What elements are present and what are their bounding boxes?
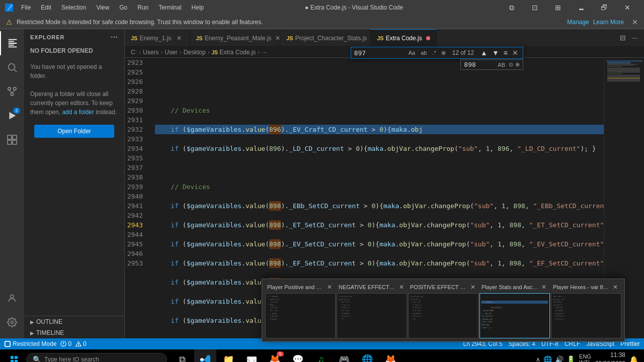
case-sensitive-btn-2[interactable]: AB: [496, 61, 507, 68]
tab-enemy-peasant[interactable]: JS Enemy_Peasant_Male.js ✕: [190, 29, 280, 46]
taskbar-vscode[interactable]: [194, 349, 216, 362]
hash-btn[interactable]: ⊕: [515, 61, 520, 68]
taskbar-firefox2[interactable]: 🦊: [379, 349, 401, 362]
start-button[interactable]: [2, 349, 26, 362]
thumbnail-close-button-5[interactable]: ✕: [611, 283, 619, 291]
close-search-button[interactable]: ✕: [511, 48, 520, 57]
battery-icon[interactable]: 🔋: [567, 355, 575, 362]
steam-icon: 🎮: [339, 354, 350, 362]
sidebar-section-outline[interactable]: ▶ OUTLINE: [24, 316, 124, 327]
regex-btn-2[interactable]: ⊙: [509, 61, 513, 68]
thumbnail-close-button-2[interactable]: ✕: [397, 283, 405, 291]
breadcrumb-user[interactable]: User: [165, 49, 177, 56]
taskbar-steam[interactable]: 🎮: [333, 349, 355, 362]
maximize-button[interactable]: 🗗: [593, 0, 616, 15]
breadcrumb-c[interactable]: C:: [131, 49, 137, 56]
sidebar-more-button[interactable]: ···: [111, 33, 118, 41]
warning-count-status[interactable]: 0: [75, 340, 87, 347]
thumbnail-header-4: Player Stats and Asce... ✕: [479, 283, 550, 291]
taskbar-spotify[interactable]: ♫: [310, 349, 332, 362]
sidebar-item-run-debug[interactable]: 2: [0, 104, 24, 128]
sidebar-item-extensions[interactable]: [0, 128, 24, 152]
title-bar: File Edit Selection View Go Run Terminal…: [0, 0, 644, 15]
close-button[interactable]: ✕: [616, 0, 639, 15]
manage-link[interactable]: Manage: [567, 19, 589, 26]
language-indicator[interactable]: ENG INTL: [579, 353, 591, 362]
breadcrumb-more[interactable]: ···: [262, 49, 267, 56]
taskbar-file-explorer[interactable]: 📁: [217, 349, 239, 362]
sidebar-title: Explorer: [30, 34, 65, 40]
minimize-button[interactable]: 🗕: [570, 0, 593, 15]
system-clock[interactable]: 11:38 29/08/2023: [595, 351, 625, 362]
taskbar-search-box[interactable]: 🔍 Type here tO search: [26, 353, 167, 362]
volume-icon[interactable]: 🔊: [555, 355, 564, 362]
sidebar-item-search[interactable]: [0, 55, 24, 79]
thumbnail-preview[interactable]: if ($game... maka.obj .value( 898). _EV_…: [265, 293, 336, 338]
thumbnail-preview-2[interactable]: function negative(){ var eff = new E ffe…: [337, 293, 407, 338]
menu-help[interactable]: Help: [188, 3, 208, 12]
regex-button[interactable]: .*: [430, 49, 438, 57]
menu-terminal[interactable]: Terminal: [154, 3, 185, 12]
taskbar-task-view[interactable]: ⧉: [171, 349, 193, 362]
taskbar-terminal-app[interactable]: ⌨: [240, 349, 263, 362]
sidebar-item-explorer[interactable]: [0, 31, 24, 55]
tab-project-char[interactable]: JS Project_Character_Stats.js: [280, 29, 371, 46]
menu-view[interactable]: View: [92, 3, 113, 12]
error-count-status[interactable]: 0: [60, 340, 71, 347]
network-icon[interactable]: 🌐: [543, 355, 552, 362]
tab-enemy1[interactable]: JS Enemy_1.js ✕: [125, 29, 190, 46]
prev-match-button[interactable]: ▲: [479, 48, 489, 57]
sidebar-section-timeline[interactable]: ▶ TIMELINE: [24, 327, 124, 338]
search-input[interactable]: [354, 49, 405, 57]
tab-close-button-2[interactable]: ✕: [275, 34, 280, 42]
toggle-search-button[interactable]: ≡: [502, 48, 509, 57]
thumbnail-close-button[interactable]: ✕: [326, 283, 334, 291]
taskbar-chrome[interactable]: 🌐: [356, 349, 378, 362]
title-bar-left: File Edit Selection View Go Run Terminal…: [5, 3, 208, 12]
accounts-icon[interactable]: [0, 286, 24, 310]
menu-file[interactable]: File: [17, 3, 35, 12]
next-match-button[interactable]: ▼: [491, 48, 501, 57]
split-editor-button[interactable]: ⊟: [618, 33, 628, 43]
breadcrumb-file[interactable]: JS Extra Code.js: [212, 49, 256, 56]
thumbnail-player-hexes[interactable]: Player Hexes - var 89... ✕ var hex =play…: [551, 283, 621, 338]
thumbnail-positive-effect[interactable]: POSITIVE EFFECT - co... ✕ function posit…: [408, 283, 478, 338]
thumbnail-close-button-4[interactable]: ✕: [540, 283, 548, 291]
search-input-secondary[interactable]: [464, 61, 494, 68]
svg-point-17: [63, 345, 64, 346]
settings-icon[interactable]: [0, 310, 24, 334]
breadcrumb-desktop[interactable]: Desktop: [184, 49, 206, 56]
thumbnail-negative-effect[interactable]: NEGATIVE EFFECT - c... ✕ function negati…: [337, 283, 407, 338]
breadcrumb-users[interactable]: Users: [143, 49, 158, 56]
search-preserve-button[interactable]: ⊕: [440, 49, 447, 57]
notification-button[interactable]: 🔔: [629, 355, 638, 362]
thumbnail-preview-3[interactable]: function positive(){ var eff = new E ffe…: [408, 293, 478, 338]
thumbnail-player-positive[interactable]: Player Positive and N... ✕ if ($game... …: [265, 283, 336, 338]
thumbnail-preview-5[interactable]: var hex =player.hexes[89];if(hex){ apply…: [551, 293, 621, 338]
taskbar-firefox-app[interactable]: 🦊 5: [264, 349, 286, 362]
layout-icon-3[interactable]: ⊞: [546, 0, 570, 15]
whole-word-button[interactable]: ab: [419, 49, 429, 57]
thumbnail-preview-4[interactable]: if ($game Varaibles.value(898)._BA_CD_cu…: [479, 293, 550, 338]
add-folder-link[interactable]: add a folder: [62, 109, 94, 116]
open-folder-button[interactable]: Open Folder: [34, 125, 114, 138]
layout-icon-2[interactable]: ⊡: [523, 0, 546, 15]
more-tabs-button[interactable]: ···: [630, 33, 640, 43]
chevron-up-tray[interactable]: ∧: [536, 356, 540, 362]
banner-close-button[interactable]: ✕: [632, 18, 638, 26]
taskbar-discord[interactable]: 💬: [287, 349, 309, 362]
menu-selection[interactable]: Selection: [57, 3, 90, 12]
tab-extra-code[interactable]: JS Extra Code.js: [371, 29, 437, 46]
case-sensitive-button[interactable]: Aa: [407, 49, 417, 57]
svg-rect-23: [15, 360, 18, 362]
menu-go[interactable]: Go: [115, 3, 131, 12]
learn-more-link[interactable]: Learn More: [593, 19, 624, 26]
thumbnail-player-stats[interactable]: Player Stats and Asce... ✕ if ($game Var…: [479, 283, 550, 338]
menu-run[interactable]: Run: [133, 3, 152, 12]
tab-close-button[interactable]: ✕: [175, 34, 183, 42]
sidebar-item-source-control[interactable]: [0, 79, 24, 104]
restricted-mode-status[interactable]: Restricted Mode: [4, 340, 56, 347]
layout-icon-1[interactable]: ⧉: [500, 0, 523, 15]
menu-edit[interactable]: Edit: [37, 3, 55, 12]
thumbnail-close-button-3[interactable]: ✕: [469, 283, 476, 291]
